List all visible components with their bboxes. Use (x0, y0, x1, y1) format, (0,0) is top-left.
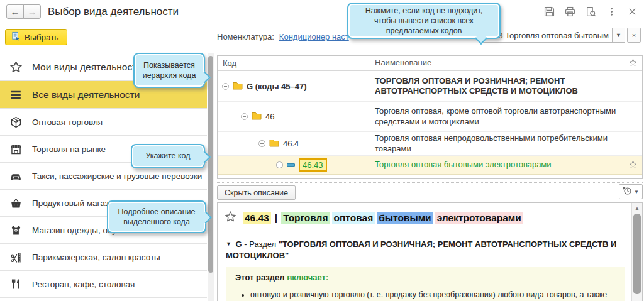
scissors-comb-icon (8, 251, 24, 264)
sidebar-item-label: Такси, пассажирские и грузовые перевозки (32, 172, 202, 181)
description-title: 46.43|Торговляоптоваябытовымиэлектротова… (224, 210, 642, 226)
callout-detailed-description: Подробное описание выделенного кода (107, 200, 206, 233)
favorite-star-icon[interactable] (224, 210, 237, 226)
save-icon[interactable] (543, 6, 555, 17)
folder-icon (252, 111, 262, 122)
preview-icon[interactable] (585, 6, 596, 17)
title-part-code: 46.43 (243, 212, 271, 224)
sidebar-item-label: Магазин одежды, обу (32, 226, 116, 235)
callout-specify-code: Укажите код (131, 144, 205, 168)
nomenclature-link[interactable]: Кондиционер наст (279, 32, 349, 41)
title-part-word: Торговля (281, 212, 330, 224)
history-button[interactable]: ▼ (619, 184, 643, 199)
history-dropdown-icon: ▼ (634, 189, 639, 195)
sidebar-item-restaurant[interactable]: Ресторан, кафе, столовая (0, 271, 207, 298)
combo-clear-icon[interactable]: × (627, 28, 641, 43)
callout-offer-text: Нажмите, если код не подходит, чтобы выв… (354, 6, 494, 36)
section-code: G (236, 239, 242, 249)
menu-icon (8, 88, 24, 102)
title-part-word: оптовая (332, 212, 375, 224)
row-code: 46.43 (299, 158, 327, 172)
print-icon[interactable] (564, 6, 575, 17)
row-name: ТОРГОВЛЯ ОПТОВАЯ И РОЗНИЧНАЯ; РЕМОНТ АВТ… (375, 74, 623, 99)
folder-icon (233, 81, 243, 92)
description-scrollbar-thumb[interactable] (633, 214, 641, 294)
package-icon (8, 116, 24, 129)
title-part-separator: | (273, 212, 279, 224)
sidebar-item-consulting[interactable]: ? Консалтинг (0, 298, 207, 301)
page-title: Выбор вида деятельности (48, 6, 179, 18)
forward-arrow-icon: → (28, 6, 37, 17)
forward-button[interactable]: → (23, 4, 41, 19)
sidebar-item-label: Торговля на рынке (32, 145, 106, 154)
includes-word: включает: (287, 273, 328, 282)
column-header-name[interactable]: Наименование (375, 55, 623, 70)
storefront-icon (8, 143, 24, 156)
sidebar-item-wholesale[interactable]: Оптовая торговля (0, 109, 207, 136)
select-doc-icon (11, 31, 21, 43)
select-button[interactable]: Выбрать (5, 29, 67, 45)
includes-prefix: Этот раздел (235, 273, 285, 282)
hide-description-button[interactable]: Скрыть описание (217, 185, 296, 200)
sidebar-item-barbershop[interactable]: Парикмахерская, салон красоты (0, 244, 207, 271)
table-row[interactable]: G (коды 45–47) ТОРГОВЛЯ ОПТОВАЯ И РОЗНИЧ… (218, 71, 642, 102)
folder-icon (269, 138, 279, 149)
collapse-icon[interactable] (222, 83, 229, 90)
sidebar-item-label: Парикмахерская, салон красоты (32, 253, 160, 262)
close-icon[interactable] (626, 6, 638, 17)
back-button[interactable]: ← (6, 4, 24, 19)
includes-list: оптовую и розничную торговлю (т. е. прод… (250, 290, 617, 301)
highlighted-code-title: 46.43|Торговляоптоваябытовымиэлектротова… (243, 212, 525, 224)
select-button-label: Выбрать (25, 33, 58, 42)
includes-box: Этот раздел включает: оптовую и розничну… (226, 267, 625, 301)
sidebar-item-label: Все виды деятельности (32, 89, 140, 101)
nomenclature-label: Номенклатура: (217, 32, 274, 41)
sidebar-item-label: Мои виды деятельности (32, 62, 142, 73)
callout-specify-text: Укажите код (145, 151, 190, 161)
table-row[interactable]: 46 Торговля оптовая, кроме оптовой торго… (218, 102, 642, 132)
column-header-code[interactable]: Код (218, 58, 375, 68)
history-clock-icon (623, 186, 632, 198)
description-scrollbar[interactable]: ▲ (631, 203, 642, 301)
row-name: Торговля оптовая непродовольственными по… (375, 131, 623, 156)
back-arrow-icon: ← (11, 6, 20, 17)
column-header-favorite (623, 58, 642, 69)
car-icon (8, 169, 24, 183)
basket-icon (8, 197, 24, 210)
title-part-word: электротоварами (435, 212, 523, 224)
star-icon (628, 58, 638, 69)
combo-dropdown-icon[interactable]: ▼ (612, 28, 625, 43)
nomenclature-row: Номенклатура: Кондиционер наст (217, 32, 349, 41)
callout-hierarchy-text: Показывается иерархия кода (140, 60, 198, 81)
sidebar-item-label: Ресторан, кафе, столовая (32, 280, 135, 289)
nav-history-buttons: ← → (6, 4, 41, 19)
table-row[interactable]: 46.4 Торговля оптовая непродовольственны… (218, 132, 642, 156)
item-icon (287, 163, 295, 167)
window-toolbar (543, 6, 638, 17)
section-heading[interactable]: ▼ G - Раздел "ТОРГОВЛЯ ОПТОВАЯ И РОЗНИЧН… (226, 239, 633, 261)
star-icon[interactable] (628, 160, 638, 171)
sidebar-scrollbar[interactable] (208, 53, 214, 301)
section-title: "ТОРГОВЛЯ ОПТОВАЯ И РОЗНИЧНАЯ; РЕМОНТ АВ… (226, 239, 616, 260)
description-panel: 46.43|Торговляоптоваябытовымиэлектротова… (217, 202, 643, 301)
callout-hierarchy: Показывается иерархия кода (133, 53, 205, 88)
collapse-icon[interactable] (241, 113, 248, 120)
table-row-selected[interactable]: 46.43 Торговля оптовая бытовыми электрот… (218, 156, 642, 175)
row-name: Торговля оптовая бытовыми электротоварам… (375, 157, 623, 172)
more-icon[interactable] (606, 6, 617, 17)
sidebar-scrollbar-thumb[interactable] (208, 56, 213, 273)
scroll-up-icon[interactable]: ▲ (632, 203, 642, 213)
star-icon (8, 60, 24, 74)
code-table: Код Наименование G (коды 45–47) ТОРГОВЛЯ… (217, 55, 643, 179)
panel-splitter[interactable] (217, 182, 643, 183)
collapse-icon[interactable] (276, 161, 283, 168)
callout-description-text: Подробное описание выделенного кода (114, 207, 199, 227)
sidebar-item-label: Оптовая торговля (32, 118, 103, 127)
sidebar-item-label: Продуктовый магазин (32, 199, 118, 208)
code-table-header: Код Наименование (218, 56, 642, 71)
collapse-triangle-icon: ▼ (226, 241, 231, 247)
clothing-icon (8, 224, 24, 237)
collapse-icon[interactable] (258, 140, 265, 147)
row-code: 46 (265, 112, 274, 121)
includes-list-item: оптовую и розничную торговлю (т. е. прод… (250, 290, 617, 301)
